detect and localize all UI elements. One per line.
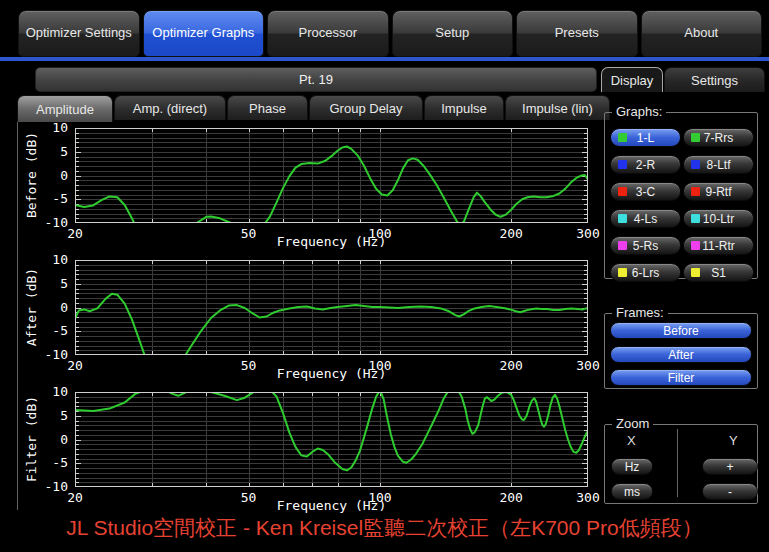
optimizer-app-window: Optimizer Settings Optimizer Graphs Proc… bbox=[0, 0, 769, 552]
channel-button-9-rtf[interactable]: 9-Rtf bbox=[683, 182, 754, 201]
y-tick-label: 5 bbox=[36, 277, 68, 291]
tab-presets[interactable]: Presets bbox=[516, 10, 638, 57]
measurement-title-bar: Pt. 19 bbox=[35, 67, 597, 92]
channel-button-11-rtr[interactable]: 11-Rtr bbox=[683, 236, 754, 255]
channel-color-swatch bbox=[691, 214, 700, 223]
active-tab-underline bbox=[0, 57, 769, 61]
channel-color-swatch bbox=[618, 160, 627, 169]
y-tick-label: -5 bbox=[36, 456, 68, 470]
subtab-phase[interactable]: Phase bbox=[227, 95, 308, 120]
zoom-plus-button[interactable]: + bbox=[702, 458, 758, 475]
subtab-amp-direct[interactable]: Amp. (direct) bbox=[114, 95, 226, 120]
channel-color-swatch bbox=[618, 241, 627, 250]
zoom-minus-button[interactable]: - bbox=[702, 483, 758, 500]
channel-button-s1[interactable]: S1 bbox=[683, 263, 754, 282]
tab-display[interactable]: Display bbox=[601, 67, 663, 92]
channel-button-label: 1-L bbox=[637, 131, 654, 145]
channel-button-label: 3-C bbox=[636, 185, 655, 199]
channel-button-2-r[interactable]: 2-R bbox=[610, 155, 681, 174]
y-tick-label: 10 bbox=[36, 121, 68, 135]
graphs-panel-legend: Graphs: bbox=[612, 104, 666, 119]
tab-about[interactable]: About bbox=[641, 10, 763, 57]
subtab-amplitude[interactable]: Amplitude bbox=[17, 95, 113, 122]
channel-button-8-ltf[interactable]: 8-Ltf bbox=[683, 155, 754, 174]
subtab-impulse[interactable]: Impulse bbox=[424, 95, 504, 120]
subtab-group-delay[interactable]: Group Delay bbox=[309, 95, 423, 120]
filter-plot-area bbox=[75, 392, 588, 487]
y-tick-label: -5 bbox=[36, 192, 68, 206]
zoom-panel-legend: Zoom bbox=[612, 416, 653, 431]
y-tick-label: 0 bbox=[36, 433, 68, 447]
before-x-axis-title: Frequency (Hz) bbox=[75, 234, 588, 249]
channel-button-label: S1 bbox=[711, 266, 726, 280]
channel-button-label: 5-Rs bbox=[633, 239, 658, 253]
channel-color-swatch bbox=[618, 268, 627, 277]
frame-filter-button[interactable]: Filter bbox=[610, 369, 752, 386]
zoom-y-axis-label: Y bbox=[729, 433, 738, 448]
channel-button-1-l[interactable]: 1-L bbox=[610, 128, 681, 147]
zoom-panel-divider bbox=[677, 429, 678, 497]
channel-button-label: 9-Rtf bbox=[705, 185, 731, 199]
channel-color-swatch bbox=[691, 160, 700, 169]
channel-button-label: 10-Ltr bbox=[703, 212, 734, 226]
frames-panel-legend: Frames: bbox=[612, 305, 668, 320]
channel-button-4-ls[interactable]: 4-Ls bbox=[610, 209, 681, 228]
y-tick-label: 5 bbox=[36, 145, 68, 159]
channel-button-label: 6-Lrs bbox=[632, 266, 659, 280]
channel-color-swatch bbox=[691, 268, 700, 277]
channel-color-swatch bbox=[691, 241, 700, 250]
y-tick-label: 5 bbox=[36, 409, 68, 423]
channel-color-swatch bbox=[618, 214, 627, 223]
subtab-impulse-lin[interactable]: Impulse (lin) bbox=[505, 95, 610, 120]
zoom-panel: Zoom X Y Hz ms + - bbox=[604, 424, 758, 504]
tab-setup[interactable]: Setup bbox=[392, 10, 514, 57]
tab-settings[interactable]: Settings bbox=[664, 67, 765, 92]
caption-text: JL Studio空間校正 - Ken Kreisel監聽二次校正（左K700 … bbox=[0, 514, 769, 542]
before-plot-area bbox=[75, 128, 588, 223]
y-tick-label: 0 bbox=[36, 169, 68, 183]
frame-after-button[interactable]: After bbox=[610, 346, 752, 363]
main-tab-bar: Optimizer Settings Optimizer Graphs Proc… bbox=[18, 10, 762, 57]
channel-button-label: 8-Ltf bbox=[706, 158, 730, 172]
zoom-x-axis-label: X bbox=[627, 433, 636, 448]
channel-button-3-c[interactable]: 3-C bbox=[610, 182, 681, 201]
channel-button-6-lrs[interactable]: 6-Lrs bbox=[610, 263, 681, 282]
tab-optimizer-settings[interactable]: Optimizer Settings bbox=[18, 10, 140, 57]
channel-color-swatch bbox=[691, 187, 700, 196]
channel-color-swatch bbox=[618, 187, 627, 196]
y-tick-label: 10 bbox=[36, 385, 68, 399]
filter-x-axis-title: Frequency (Hz) bbox=[75, 498, 588, 513]
y-tick-label: -5 bbox=[36, 324, 68, 338]
zoom-ms-button[interactable]: ms bbox=[611, 483, 653, 500]
channel-button-label: 11-Rtr bbox=[702, 239, 734, 253]
channel-button-label: 7-Rrs bbox=[704, 131, 733, 145]
after-plot-area bbox=[75, 260, 588, 355]
channel-button-label: 2-R bbox=[636, 158, 655, 172]
graphs-panel-edge bbox=[17, 122, 18, 510]
channel-color-swatch bbox=[618, 133, 627, 142]
channel-color-swatch bbox=[691, 133, 700, 142]
frames-panel: Frames: Before After Filter bbox=[604, 313, 758, 389]
tab-processor[interactable]: Processor bbox=[267, 10, 389, 57]
channel-button-5-rs[interactable]: 5-Rs bbox=[610, 236, 681, 255]
graphs-channel-panel: Graphs: 1-L7-Rrs2-R8-Ltf3-C9-Rtf4-Ls10-L… bbox=[604, 112, 758, 279]
frame-before-button[interactable]: Before bbox=[610, 322, 752, 339]
after-x-axis-title: Frequency (Hz) bbox=[75, 366, 588, 381]
y-tick-label: 10 bbox=[36, 253, 68, 267]
zoom-hz-button[interactable]: Hz bbox=[611, 458, 653, 475]
channel-button-label: 4-Ls bbox=[634, 212, 657, 226]
tab-optimizer-graphs[interactable]: Optimizer Graphs bbox=[143, 10, 265, 57]
channel-button-10-ltr[interactable]: 10-Ltr bbox=[683, 209, 754, 228]
channel-button-7-rrs[interactable]: 7-Rrs bbox=[683, 128, 754, 147]
y-tick-label: 0 bbox=[36, 301, 68, 315]
